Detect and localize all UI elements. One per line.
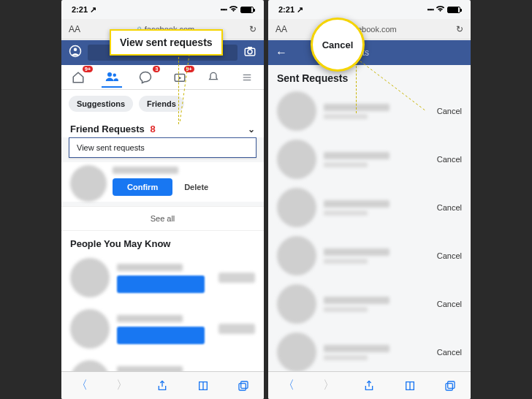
remove-button[interactable] xyxy=(218,324,255,334)
svg-point-5 xyxy=(107,72,112,77)
tabs-button[interactable] xyxy=(236,379,251,393)
avatar[interactable] xyxy=(70,165,107,202)
back-button[interactable]: 〈 xyxy=(281,379,296,393)
add-friend-button[interactable] xyxy=(117,276,205,293)
chip-friends[interactable]: Friends xyxy=(139,96,184,112)
text-size-button[interactable]: AA xyxy=(276,24,287,34)
user-name xyxy=(117,264,183,271)
back-arrow-icon[interactable]: ← xyxy=(276,46,287,59)
safari-toolbar: 〈 〉 xyxy=(61,371,264,399)
wifi-icon xyxy=(229,5,238,14)
pymk-header: People You May Know xyxy=(61,231,264,252)
callout-cancel: Cancel xyxy=(311,18,365,72)
user-name[interactable] xyxy=(113,167,178,174)
user-name[interactable] xyxy=(324,248,390,256)
avatar[interactable] xyxy=(277,332,316,371)
svg-point-6 xyxy=(113,73,117,77)
mutual-friends xyxy=(324,210,368,216)
tab-watch[interactable]: 9+ xyxy=(170,67,190,88)
avatar[interactable] xyxy=(277,236,316,276)
phone-left: 2:21 ↗ ▪▪▪▪ AA 🔒facebook.com ↻ 9+ xyxy=(61,0,264,399)
add-friend-button[interactable] xyxy=(117,327,205,344)
avatar[interactable] xyxy=(277,91,316,131)
tab-menu[interactable] xyxy=(237,67,257,88)
svg-rect-4 xyxy=(248,47,252,49)
fb-subheader: ← equests xyxy=(268,40,471,65)
battery-icon xyxy=(240,7,254,13)
user-name[interactable] xyxy=(324,152,390,159)
see-all-link[interactable]: See all xyxy=(61,206,264,231)
friend-requests-header[interactable]: Friend Requests 8 ⌄ xyxy=(61,118,264,137)
url-host[interactable]: facebook.com xyxy=(287,25,456,34)
sent-request-item: Cancel xyxy=(268,328,471,371)
sent-requests-list: CancelCancelCancelCancelCancelCancelCanc… xyxy=(268,87,471,371)
mutual-friends xyxy=(324,307,368,312)
reload-button[interactable]: ↻ xyxy=(456,24,463,34)
cancel-button[interactable]: Cancel xyxy=(437,107,462,115)
user-name[interactable] xyxy=(324,104,390,111)
mutual-friends xyxy=(324,114,368,119)
tabs-button[interactable] xyxy=(443,379,457,393)
avatar[interactable] xyxy=(277,284,316,324)
cancel-button[interactable]: Cancel xyxy=(437,203,462,212)
sent-request-item: Cancel xyxy=(268,232,471,280)
cancel-button[interactable]: Cancel xyxy=(437,348,462,357)
bookmarks-button[interactable] xyxy=(196,379,210,393)
remove-button[interactable] xyxy=(218,273,255,283)
tab-home[interactable]: 9+ xyxy=(68,67,88,88)
svg-rect-11 xyxy=(448,381,455,388)
reload-button[interactable]: ↻ xyxy=(249,24,256,34)
signal-icon: ▪▪▪▪ xyxy=(220,6,227,13)
avatar[interactable] xyxy=(277,140,316,179)
tab-messenger[interactable]: 3 xyxy=(135,67,156,88)
safari-toolbar: 〈 〉 xyxy=(268,371,471,399)
share-button[interactable] xyxy=(155,379,170,393)
chip-suggestions[interactable]: Suggestions xyxy=(69,96,133,112)
status-bar: 2:21 ↗ ▪▪▪▪ xyxy=(268,0,471,19)
avatar[interactable] xyxy=(70,258,110,297)
back-button[interactable]: 〈 xyxy=(75,379,89,393)
filter-chips: Suggestions Friends xyxy=(61,90,264,118)
tab-notifications[interactable] xyxy=(203,67,224,88)
cancel-button[interactable]: Cancel xyxy=(437,300,462,308)
cancel-button[interactable]: Cancel xyxy=(437,251,462,260)
badge: 9+ xyxy=(184,66,194,72)
pymk-item xyxy=(61,252,264,303)
chevron-down-icon[interactable]: ⌄ xyxy=(248,124,255,134)
status-time: 2:21 xyxy=(278,5,294,14)
profile-icon[interactable] xyxy=(69,45,82,61)
browser-url-bar[interactable]: AA facebook.com ↻ xyxy=(268,19,471,39)
user-name xyxy=(117,366,183,371)
section-title: Friend Requests xyxy=(70,123,145,134)
user-name xyxy=(117,315,183,322)
text-size-button[interactable]: AA xyxy=(69,24,80,34)
fb-tab-row: 9+ 3 9+ xyxy=(61,65,264,90)
avatar[interactable] xyxy=(277,188,316,227)
view-sent-requests-option[interactable]: View sent requests xyxy=(69,137,256,158)
user-name[interactable] xyxy=(324,297,390,304)
delete-button[interactable]: Delete xyxy=(180,178,213,196)
svg-point-3 xyxy=(248,50,252,54)
avatar[interactable] xyxy=(70,309,110,349)
badge: 9+ xyxy=(83,66,93,72)
cancel-button[interactable]: Cancel xyxy=(437,155,462,164)
svg-rect-9 xyxy=(239,383,246,390)
battery-icon xyxy=(447,7,460,13)
camera-icon[interactable] xyxy=(243,45,256,61)
confirm-button[interactable]: Confirm xyxy=(113,178,172,196)
status-bar: 2:21 ↗ ▪▪▪▪ xyxy=(61,0,264,19)
user-name[interactable] xyxy=(324,200,390,208)
badge: 3 xyxy=(153,66,160,72)
forward-button: 〉 xyxy=(115,379,129,393)
tab-friends[interactable] xyxy=(102,67,122,88)
avatar[interactable] xyxy=(70,360,110,371)
share-button[interactable] xyxy=(362,379,376,393)
bookmarks-button[interactable] xyxy=(403,379,417,393)
mutual-friends xyxy=(324,162,368,167)
pymk-item xyxy=(61,354,264,371)
status-time: 2:21 xyxy=(72,5,88,14)
user-name[interactable] xyxy=(324,345,390,352)
section-title: People You May Know xyxy=(70,238,170,249)
mutual-friends xyxy=(324,259,368,264)
mutual-friends xyxy=(324,355,368,360)
